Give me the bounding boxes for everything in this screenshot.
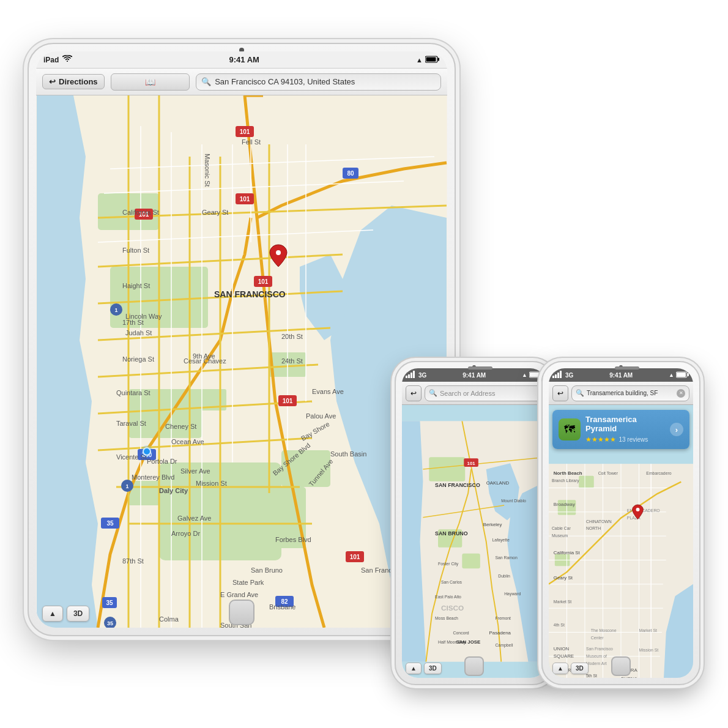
iphone-right-directions-icon: ↩ xyxy=(557,389,563,398)
svg-text:San Ramon: San Ramon xyxy=(495,556,517,560)
iphone-left-home-button[interactable] xyxy=(464,656,484,676)
svg-rect-1 xyxy=(437,58,439,61)
directions-button[interactable]: ↩ Directions xyxy=(42,74,105,89)
ipad-time: 9:41 AM xyxy=(229,55,259,64)
place-card-icon: 🗺 xyxy=(559,418,581,440)
ipad-status-bar: iPad 9:41 AM ▲ xyxy=(36,51,447,69)
iphone-left-search-icon: 🔍 xyxy=(429,389,437,397)
place-card-name: Transamerica Pyramid xyxy=(585,415,665,433)
iphone-right-status-right: ▲ xyxy=(669,371,689,379)
svg-text:Lincoln Way: Lincoln Way xyxy=(125,313,162,320)
svg-text:Center: Center xyxy=(591,636,604,640)
svg-text:Daly City: Daly City xyxy=(159,487,188,494)
iphone-left-3d-button[interactable]: 3D xyxy=(424,663,442,674)
svg-text:San Carlos: San Carlos xyxy=(441,580,462,584)
ipad-location-button[interactable]: ▲ xyxy=(42,606,63,622)
svg-rect-89 xyxy=(413,371,415,378)
svg-text:Fremont: Fremont xyxy=(495,616,511,620)
iphone-left-map-controls: ▲ 3D xyxy=(406,663,442,674)
iphone-left-status-right: ▲ xyxy=(522,371,543,379)
svg-text:E Grand Ave: E Grand Ave xyxy=(220,591,258,598)
ipad-map[interactable]: 101 101 101 101 101 101 80 xyxy=(36,95,447,628)
svg-text:Taraval St: Taraval St xyxy=(116,420,146,427)
svg-rect-121 xyxy=(557,373,559,378)
svg-rect-86 xyxy=(406,376,407,378)
iphone-left-location-button[interactable]: ▲ xyxy=(406,663,422,674)
svg-text:Museum: Museum xyxy=(552,533,568,538)
svg-text:Quintara St: Quintara St xyxy=(116,389,150,396)
svg-text:Mission St: Mission St xyxy=(639,648,659,652)
iphone-left-status-left: 3G xyxy=(406,371,426,379)
svg-rect-92 xyxy=(530,373,539,377)
svg-text:Hayward: Hayward xyxy=(504,592,521,597)
svg-text:Mount Diablo: Mount Diablo xyxy=(501,499,526,503)
ipad-home-button[interactable] xyxy=(229,600,254,625)
iphone-left-directions-icon: ↩ xyxy=(410,389,417,398)
iphone-right-directions-button[interactable]: ↩ xyxy=(552,385,568,401)
svg-rect-122 xyxy=(560,371,562,378)
svg-text:Moss Beach: Moss Beach xyxy=(435,616,458,620)
iphone-right-status-bar: 3G 9:41 AM ▲ xyxy=(549,368,693,382)
svg-text:SAN FRANCISCO: SAN FRANCISCO xyxy=(435,483,480,489)
ipad-search-box[interactable]: 🔍 San Francisco CA 94103, United States xyxy=(196,73,441,91)
iphone-right-device: 3G 9:41 AM ▲ ↩ xyxy=(541,361,700,685)
ipad-location-arrow: ▲ xyxy=(416,56,423,64)
iphone-left-status-bar: 3G 9:41 AM ▲ xyxy=(402,368,546,382)
iphone-right-home-button[interactable] xyxy=(611,656,631,676)
svg-text:24th St: 24th St xyxy=(281,357,303,365)
svg-text:Dublin: Dublin xyxy=(498,574,510,578)
svg-text:Noriega St: Noriega St xyxy=(122,355,154,363)
svg-text:Ocean Ave: Ocean Ave xyxy=(171,438,204,445)
svg-rect-5 xyxy=(128,389,202,438)
iphone-right-clear-icon[interactable]: ✕ xyxy=(677,389,685,398)
place-card-arrow[interactable]: › xyxy=(670,423,683,436)
svg-rect-119 xyxy=(552,376,554,378)
svg-text:State Park: State Park xyxy=(232,579,264,586)
svg-text:NORTH: NORTH xyxy=(586,526,601,530)
svg-text:Coit Tower: Coit Tower xyxy=(598,471,618,475)
iphone-right-map[interactable]: 🗺 Transamerica Pyramid ★★★★★ 13 reviews … xyxy=(549,405,693,678)
svg-text:Foster City: Foster City xyxy=(438,562,459,566)
svg-rect-88 xyxy=(410,373,412,378)
iphone-left-directions-button[interactable]: ↩ xyxy=(406,385,422,401)
svg-text:SAN FRANCISCO: SAN FRANCISCO xyxy=(214,289,286,299)
svg-text:Branch Library: Branch Library xyxy=(552,478,579,483)
bookmark-button[interactable]: 📖 xyxy=(111,73,190,91)
iphone-right-speaker xyxy=(615,366,639,370)
iphone-right-time: 9:41 AM xyxy=(609,372,633,379)
svg-text:Market St: Market St xyxy=(639,629,658,633)
ipad-3d-button[interactable]: 3D xyxy=(67,606,89,622)
iphone-right-location-button[interactable]: ▲ xyxy=(552,663,568,674)
svg-text:1: 1 xyxy=(125,483,128,489)
directions-icon: ↩ xyxy=(49,77,56,86)
iphone-left-search-box[interactable]: 🔍 Search or Address xyxy=(425,385,543,401)
svg-rect-124 xyxy=(688,373,689,376)
svg-text:Forbes Blvd: Forbes Blvd xyxy=(275,536,311,543)
iphone-right-screen-area: 3G 9:41 AM ▲ ↩ xyxy=(549,368,693,678)
ipad-toolbar: ↩ Directions 📖 🔍 San Francisco CA 94103,… xyxy=(36,69,447,95)
iphone-right-3d-button[interactable]: 3D xyxy=(571,663,589,674)
iphone-left-map[interactable]: SAN FRANCISCO OAKLAND Berkeley Lafayette… xyxy=(402,405,546,678)
place-card[interactable]: 🗺 Transamerica Pyramid ★★★★★ 13 reviews … xyxy=(552,410,689,449)
place-card-stars: ★★★★★ xyxy=(585,436,616,443)
svg-text:Masonic St: Masonic St xyxy=(204,154,211,187)
svg-text:Lafayette: Lafayette xyxy=(492,538,510,543)
svg-text:California St: California St xyxy=(554,550,581,555)
svg-text:Colma: Colma xyxy=(159,615,179,623)
ipad-screen-area: iPad 9:41 AM ▲ xyxy=(36,51,447,628)
svg-rect-2 xyxy=(426,57,436,61)
svg-text:Palou Ave: Palou Ave xyxy=(306,412,336,420)
iphone-right-search-icon: 🔍 xyxy=(576,389,584,397)
svg-text:San Francisco: San Francisco xyxy=(586,647,613,651)
svg-point-158 xyxy=(636,508,640,511)
ipad-search-value: San Francisco CA 94103, United States xyxy=(215,77,355,86)
iphone-left-signal xyxy=(406,371,417,379)
svg-rect-125 xyxy=(677,373,686,377)
svg-rect-128 xyxy=(579,476,594,488)
svg-text:Campbell: Campbell xyxy=(495,643,513,648)
svg-text:CHINATOWN: CHINATOWN xyxy=(586,519,612,524)
iphone-right-search-box[interactable]: 🔍 Transamerica building, SF ✕ xyxy=(571,385,689,401)
bookmark-icon: 📖 xyxy=(145,77,155,87)
iphone-right-battery xyxy=(676,371,689,379)
iphone-right-map-controls: ▲ 3D xyxy=(552,663,589,674)
